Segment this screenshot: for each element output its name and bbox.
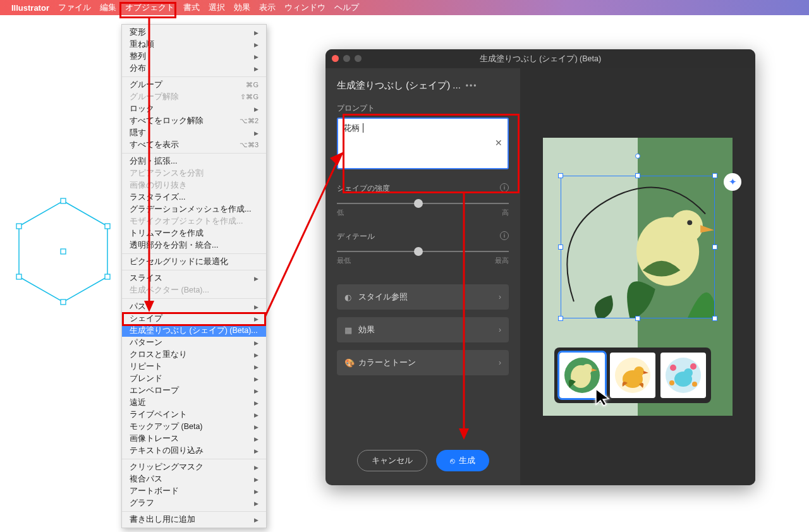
menu-item[interactable]: シェイプ: [122, 313, 266, 325]
menu-item[interactable]: リピート: [122, 361, 266, 373]
menu-item[interactable]: 画像トレース: [122, 433, 266, 445]
detail-slider[interactable]: ディテールi 最低最高: [337, 231, 509, 265]
menu-item[interactable]: ラスタライズ...: [122, 191, 266, 203]
dialog-titlebar: 生成塗りつぶし (シェイプ) (Beta): [325, 49, 755, 68]
variant-3[interactable]: [660, 353, 706, 398]
generate-icon: ⎋: [450, 456, 455, 466]
menu-select[interactable]: 選択: [209, 2, 225, 13]
preview-selection[interactable]: [561, 176, 715, 318]
panel-title: 生成塗りつぶし (シェイプ) ... •••: [337, 80, 509, 92]
svg-rect-5: [16, 274, 21, 279]
menu-item: グループ解除⇧⌘G: [122, 91, 266, 103]
menu-item[interactable]: 複合パス: [122, 473, 266, 485]
menu-item[interactable]: テキストの回り込み: [122, 445, 266, 457]
svg-point-18: [634, 366, 644, 377]
chevron-right-icon: ›: [499, 358, 501, 367]
generative-fill-dialog: 生成塗りつぶし (シェイプ) (Beta) 生成塗りつぶし (シェイプ) ...…: [325, 49, 755, 485]
menu-item[interactable]: グループ⌘G: [122, 79, 266, 91]
menu-item[interactable]: モックアップ (Beta): [122, 421, 266, 433]
menu-item[interactable]: すべてを表示⌥⌘3: [122, 139, 266, 151]
prompt-input[interactable]: 花柄 ✕: [337, 118, 509, 169]
svg-point-26: [692, 382, 697, 387]
svg-marker-10: [700, 225, 714, 233]
menubar: Illustrator ファイル 編集 オブジェクト 書式 選択 効果 表示 ウ…: [0, 0, 809, 15]
menu-item[interactable]: クロスと重なり: [122, 349, 266, 361]
menu-item[interactable]: 遠近: [122, 397, 266, 409]
menu-type[interactable]: 書式: [183, 2, 200, 13]
cancel-button[interactable]: キャンセル: [357, 450, 427, 471]
app-name[interactable]: Illustrator: [11, 3, 49, 13]
menu-item[interactable]: 書き出し用に追加: [122, 514, 266, 526]
menu-item[interactable]: すべてをロック解除⌥⌘2: [122, 115, 266, 127]
menu-item: 画像の切り抜き: [122, 179, 266, 191]
prompt-label: プロンプト: [337, 103, 509, 114]
menu-item[interactable]: ライブペイント: [122, 409, 266, 421]
palette-icon: 🎨: [344, 358, 358, 368]
generate-button[interactable]: ⎋生成: [436, 450, 489, 471]
svg-point-25: [669, 380, 674, 385]
menu-item[interactable]: グラフ: [122, 497, 266, 509]
menu-item[interactable]: トリムマークを作成: [122, 227, 266, 239]
selected-hexagon[interactable]: [13, 196, 114, 310]
preview-canvas: ✦: [543, 138, 733, 416]
menu-item[interactable]: 重ね順: [122, 39, 266, 51]
menu-item[interactable]: 隠す: [122, 127, 266, 139]
more-icon[interactable]: •••: [466, 82, 478, 90]
svg-point-24: [690, 363, 696, 370]
svg-marker-27: [596, 389, 609, 406]
menu-item[interactable]: グラデーションメッシュを作成...: [122, 203, 266, 215]
menu-item[interactable]: 分割・拡張...: [122, 155, 266, 167]
close-icon[interactable]: [332, 55, 339, 62]
menu-effect[interactable]: 効果: [234, 2, 250, 13]
menu-item[interactable]: ブレンド: [122, 373, 266, 385]
menu-item[interactable]: パス: [122, 301, 266, 313]
color-tone-option[interactable]: 🎨 カラーとトーン ›: [337, 350, 509, 375]
menu-item[interactable]: 変形: [122, 27, 266, 39]
menu-object[interactable]: オブジェクト: [125, 2, 174, 13]
object-menu-dropdown: 変形重ね順整列分布グループ⌘Gグループ解除⇧⌘Gロックすべてをロック解除⌥⌘2隠…: [121, 24, 267, 528]
chevron-right-icon: ›: [499, 293, 501, 301]
shape-strength-slider[interactable]: シェイプの強度i 低高: [337, 183, 509, 217]
menu-item[interactable]: 整列: [122, 51, 266, 63]
menu-item[interactable]: 生成塗りつぶし (シェイプ) (Beta)...: [122, 325, 266, 337]
prompt-value: 花柄: [343, 123, 360, 133]
menu-item[interactable]: 透明部分を分割・統合...: [122, 239, 266, 251]
info-icon[interactable]: i: [500, 231, 509, 240]
menu-item[interactable]: 分布: [122, 63, 266, 75]
zoom-icon: [355, 55, 362, 62]
menu-item[interactable]: アートボード: [122, 485, 266, 497]
menu-item[interactable]: スライス: [122, 272, 266, 284]
menu-item: アピアランスを分割: [122, 167, 266, 179]
sparkle-icon[interactable]: ✦: [724, 173, 741, 191]
menu-item[interactable]: パターン: [122, 337, 266, 349]
effects-option[interactable]: ▦ 効果 ›: [337, 317, 509, 342]
clear-icon[interactable]: ✕: [495, 138, 502, 148]
menu-item: 生成ベクター (Beta)...: [122, 284, 266, 296]
menu-help[interactable]: ヘルプ: [334, 2, 359, 13]
menu-item[interactable]: ピクセルグリッドに最適化: [122, 256, 266, 268]
svg-rect-7: [61, 249, 66, 254]
svg-point-14: [582, 364, 592, 374]
svg-point-9: [671, 210, 703, 243]
menu-item[interactable]: ロック: [122, 103, 266, 115]
svg-rect-1: [61, 198, 66, 203]
info-icon[interactable]: i: [500, 183, 509, 192]
style-reference-option[interactable]: ◐ スタイル参照 ›: [337, 284, 509, 310]
svg-rect-2: [105, 224, 110, 229]
menu-item[interactable]: エンベロープ: [122, 385, 266, 397]
menu-view[interactable]: 表示: [259, 2, 276, 13]
variant-2[interactable]: [610, 353, 655, 398]
style-icon: ◐: [344, 293, 358, 302]
dialog-title: 生成塗りつぶし (シェイプ) (Beta): [480, 54, 601, 64]
minimize-icon: [343, 55, 350, 62]
effects-icon: ▦: [344, 325, 358, 335]
menu-item: モザイクオブジェクトを作成...: [122, 215, 266, 227]
cursor-icon: [595, 388, 614, 407]
menu-item[interactable]: クリッピングマスク: [122, 461, 266, 473]
svg-point-22: [684, 368, 693, 377]
variant-thumbnails: [554, 348, 711, 403]
menu-window[interactable]: ウィンドウ: [284, 2, 325, 13]
menu-file[interactable]: ファイル: [58, 2, 91, 13]
svg-rect-4: [61, 299, 66, 305]
menu-edit[interactable]: 編集: [100, 2, 116, 13]
